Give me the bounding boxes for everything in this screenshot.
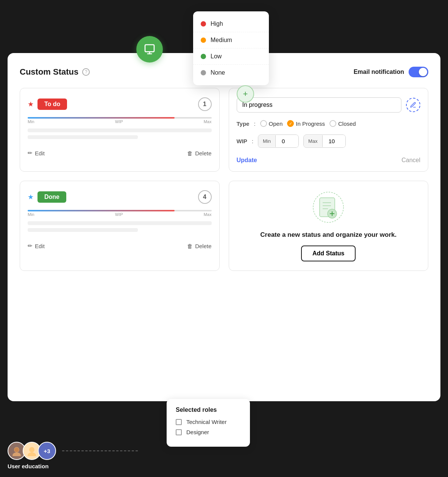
svg-point-13 bbox=[14, 447, 19, 452]
svg-rect-0 bbox=[145, 45, 154, 52]
priority-low-label: Low bbox=[211, 53, 222, 60]
email-notification-label: Email notification bbox=[354, 69, 404, 75]
todo-card: ★ To do 1 Min WIP Max ✏ Edi bbox=[20, 88, 220, 172]
selected-roles-title: Selected roles bbox=[176, 407, 241, 413]
todo-card-left: ★ To do bbox=[28, 99, 67, 110]
todo-edit-button[interactable]: ✏ Edit bbox=[28, 150, 45, 156]
radio-open[interactable]: Open bbox=[260, 120, 283, 127]
trash-icon-done: 🗑 bbox=[187, 243, 193, 249]
priority-none-label: None bbox=[211, 69, 225, 76]
priority-dropdown[interactable]: High Medium Low None bbox=[193, 11, 269, 85]
cards-grid: ★ To do 1 Min WIP Max ✏ Edi bbox=[20, 88, 428, 271]
type-row: Type : Open In Progress Closed bbox=[237, 120, 421, 127]
add-status-button[interactable]: Add Status bbox=[301, 246, 356, 261]
todo-wip-bar: Min WIP Max bbox=[28, 117, 212, 124]
toggle-knob bbox=[419, 68, 427, 76]
priority-low[interactable]: Low bbox=[193, 48, 269, 65]
edit-card: Type : Open In Progress Closed WIP : bbox=[229, 88, 429, 172]
extra-avatars-count: +3 bbox=[38, 442, 56, 460]
edit-input-row bbox=[237, 97, 421, 113]
role-checkbox-technical-writer[interactable] bbox=[176, 419, 182, 425]
edit-actions: Update Cancel bbox=[237, 157, 421, 164]
page-title: Custom Status bbox=[20, 67, 78, 77]
done-wip-label: WIP bbox=[115, 212, 123, 217]
radio-in-progress-label: In Progress bbox=[296, 120, 325, 127]
user-label: User education bbox=[8, 463, 48, 469]
done-card: ★ Done 4 Min WIP Max ✏ Edit bbox=[20, 181, 220, 271]
add-status-card: Create a new status and organize your wo… bbox=[229, 181, 429, 271]
wip-min-input[interactable] bbox=[276, 135, 298, 147]
low-dot bbox=[201, 54, 206, 59]
todo-badge: To do bbox=[37, 99, 67, 110]
cancel-button[interactable]: Cancel bbox=[401, 157, 420, 164]
role-checkbox-designer[interactable] bbox=[176, 429, 182, 435]
role-technical-writer: Technical Writer bbox=[176, 419, 241, 425]
done-delete-button[interactable]: 🗑 Delete bbox=[187, 242, 211, 249]
todo-wip-label: WIP bbox=[115, 119, 123, 124]
priority-high[interactable]: High bbox=[193, 16, 269, 32]
bottom-section: +3 User education Selected roles Technic… bbox=[8, 442, 440, 469]
trash-icon: 🗑 bbox=[187, 150, 193, 156]
done-card-top: ★ Done 4 bbox=[28, 190, 212, 204]
svg-point-15 bbox=[28, 452, 36, 456]
wip-max-field: Max bbox=[303, 134, 346, 148]
plus-icon: + bbox=[243, 89, 248, 99]
type-label: Type bbox=[237, 120, 250, 127]
role-designer-label: Designer bbox=[186, 429, 209, 435]
add-status-description: Create a new status and organize your wo… bbox=[260, 230, 396, 239]
wip-label: WIP bbox=[237, 138, 247, 144]
role-technical-writer-label: Technical Writer bbox=[186, 419, 226, 425]
add-status-illustration bbox=[311, 190, 345, 224]
priority-medium-label: Medium bbox=[211, 37, 232, 44]
green-action-button[interactable] bbox=[136, 36, 163, 63]
user-group-container: +3 User education bbox=[8, 442, 138, 469]
todo-line-1 bbox=[28, 128, 212, 132]
radio-open-circle bbox=[260, 120, 267, 127]
radio-in-progress[interactable]: In Progress bbox=[287, 120, 325, 127]
radio-in-progress-circle bbox=[287, 120, 294, 127]
done-line-2 bbox=[28, 228, 138, 232]
add-circle-button[interactable]: + bbox=[237, 85, 254, 103]
done-line-1 bbox=[28, 221, 212, 225]
pencil-icon: ✏ bbox=[28, 150, 33, 156]
done-max-label: Max bbox=[204, 212, 212, 217]
edit-icon-button[interactable] bbox=[406, 98, 420, 112]
done-card-left: ★ Done bbox=[28, 191, 66, 203]
wip-input-row: WIP : Min Max bbox=[237, 134, 421, 148]
todo-star-icon[interactable]: ★ bbox=[28, 100, 34, 108]
priority-medium[interactable]: Medium bbox=[193, 32, 269, 48]
done-edit-button[interactable]: ✏ Edit bbox=[28, 242, 45, 249]
email-notification-section: Email notification bbox=[354, 67, 428, 77]
role-designer: Designer bbox=[176, 429, 241, 435]
todo-delete-button[interactable]: 🗑 Delete bbox=[187, 150, 211, 156]
done-count: 4 bbox=[198, 190, 212, 204]
none-dot bbox=[201, 70, 206, 75]
done-wip-bar: Min WIP Max bbox=[28, 210, 212, 217]
pencil-icon-done: ✏ bbox=[28, 242, 33, 249]
done-star-icon[interactable]: ★ bbox=[28, 193, 34, 201]
dashed-connector bbox=[62, 450, 138, 451]
todo-card-top: ★ To do 1 bbox=[28, 97, 212, 111]
type-colon: : bbox=[254, 120, 255, 127]
todo-min-label: Min bbox=[28, 119, 34, 124]
wip-max-input[interactable] bbox=[323, 135, 345, 147]
help-icon[interactable]: ? bbox=[82, 68, 90, 76]
selected-roles-popup: Selected roles Technical Writer Designer bbox=[167, 399, 250, 447]
svg-point-14 bbox=[29, 447, 34, 452]
update-button[interactable]: Update bbox=[237, 157, 257, 164]
priority-none[interactable]: None bbox=[193, 65, 269, 81]
user-row: +3 bbox=[8, 442, 138, 460]
svg-point-12 bbox=[12, 452, 21, 456]
todo-max-label: Max bbox=[204, 119, 212, 124]
done-card-actions: ✏ Edit 🗑 Delete bbox=[28, 238, 212, 249]
email-notification-toggle[interactable] bbox=[409, 67, 428, 77]
radio-closed[interactable]: Closed bbox=[329, 120, 356, 127]
wip-min-field: Min bbox=[258, 134, 299, 148]
todo-count: 1 bbox=[198, 97, 212, 111]
radio-closed-label: Closed bbox=[338, 120, 356, 127]
priority-high-label: High bbox=[211, 20, 223, 27]
status-name-input[interactable] bbox=[237, 97, 402, 113]
radio-closed-circle bbox=[329, 120, 336, 127]
medium-dot bbox=[201, 38, 206, 43]
main-panel: Custom Status ? Email notification ★ To … bbox=[8, 53, 440, 401]
